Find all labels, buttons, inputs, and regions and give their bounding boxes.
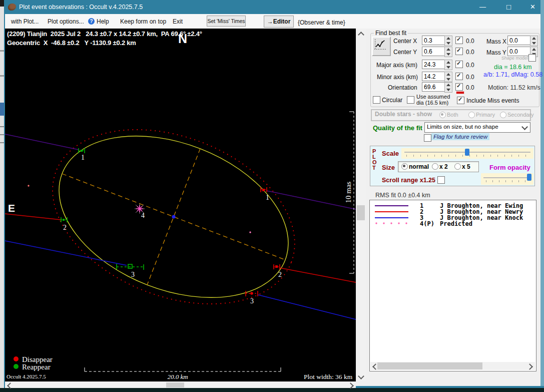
background-fragment bbox=[0, 142, 4, 143]
background-fragment bbox=[0, 126, 4, 127]
major-axis-spinner[interactable] bbox=[444, 60, 452, 70]
menu-plot-options[interactable]: Plot options... bbox=[48, 18, 84, 25]
size-x5-label: x 5 bbox=[462, 163, 470, 170]
chord3-legend-line bbox=[375, 217, 408, 218]
rms-fit-label: RMS fit 0.0 ±0.4 km bbox=[375, 192, 430, 199]
reappear-legend-dot bbox=[14, 364, 19, 369]
chord3-label: 3 bbox=[131, 271, 135, 278]
include-miss-checkbox[interactable] bbox=[457, 97, 464, 104]
observer-time-label: {Observer & time} bbox=[298, 19, 345, 26]
minor-axis-spinner[interactable] bbox=[444, 72, 452, 82]
background-window-sliver bbox=[0, 0, 4, 388]
quality-dropdown-value: Limits on size, but no shape bbox=[427, 124, 498, 130]
plot-horizontal-scrollbar[interactable] bbox=[5, 382, 356, 388]
plot-vertical-scrollbar[interactable] bbox=[356, 29, 366, 381]
dia-label: dia = 18.6 km bbox=[494, 64, 531, 71]
orientation-fit-checkbox[interactable] bbox=[455, 83, 463, 91]
scroll-right-icon[interactable] bbox=[347, 382, 354, 389]
size-x5-radio[interactable] bbox=[454, 163, 461, 170]
scroll-range-checkbox[interactable] bbox=[437, 176, 445, 184]
scroll-left-icon[interactable] bbox=[7, 382, 14, 389]
vertical-scroll-thumb[interactable] bbox=[357, 205, 365, 220]
center-x-spinner[interactable] bbox=[444, 36, 452, 46]
window-border-right bbox=[540, 0, 544, 388]
app-icon bbox=[8, 4, 16, 11]
center-y-fit-checkbox[interactable] bbox=[455, 48, 463, 55]
double-stars-secondary-radio[interactable] bbox=[500, 112, 506, 118]
obs-row-num[interactable]: 4(P) bbox=[420, 220, 434, 227]
set-miss-times-button[interactable]: Set 'Miss' Times bbox=[207, 16, 246, 27]
chord1-legend-line bbox=[375, 205, 408, 206]
use-assumed-checkbox[interactable] bbox=[407, 96, 414, 104]
circular-checkbox[interactable] bbox=[373, 96, 380, 104]
chord-1 bbox=[5, 134, 356, 209]
menu-keep-form-on-top[interactable]: Keep form on top bbox=[120, 18, 166, 25]
double-stars-both-radio[interactable] bbox=[439, 112, 446, 118]
orientation-spinner[interactable] bbox=[444, 82, 452, 93]
minor-axis-sigma: 0.0 bbox=[466, 74, 474, 81]
orientation-indicator-dash bbox=[456, 91, 464, 94]
center-x-fit-checkbox[interactable] bbox=[455, 37, 463, 44]
major-axis-fit-checkbox[interactable] bbox=[455, 61, 463, 68]
chord3-label: 3 bbox=[250, 297, 254, 305]
minor-axis-fit-checkbox[interactable] bbox=[455, 73, 463, 80]
list-horizontal-scrollbar[interactable] bbox=[370, 362, 535, 370]
shape-model-checkbox[interactable] bbox=[528, 54, 536, 62]
major-axis-label: Major axis (km) bbox=[376, 62, 417, 69]
mas-scale-label: 10 mas bbox=[344, 181, 352, 203]
use-assumed-label-2: dia (16.5 km) bbox=[416, 100, 448, 106]
chord3-reappear-marker bbox=[117, 264, 144, 270]
double-stars-both-label: Both bbox=[447, 112, 458, 118]
orientation-sigma: 0.0 bbox=[466, 84, 474, 91]
scroll-up-icon[interactable] bbox=[358, 32, 364, 38]
find-best-fit-button[interactable] bbox=[372, 37, 391, 56]
scale-slider[interactable] bbox=[401, 148, 533, 159]
center-x-sigma: 0.0 bbox=[466, 38, 474, 45]
chord2-label: 2 bbox=[63, 224, 67, 231]
maximize-button[interactable]: □ bbox=[497, 0, 520, 14]
horizontal-scroll-thumb[interactable] bbox=[166, 382, 184, 387]
ab-dmag-label: a/b: 1.71, dMag: 0.58 bbox=[483, 71, 542, 78]
center-y-sigma: 0.0 bbox=[466, 49, 474, 56]
chord2-disappear-marker bbox=[274, 264, 280, 269]
double-stars-secondary-label: Secondary bbox=[507, 112, 534, 118]
form-opacity-slider-thumb[interactable] bbox=[527, 174, 531, 181]
menu-help[interactable]: Help bbox=[97, 18, 109, 25]
km-scale-bar bbox=[85, 367, 281, 371]
size-normal-label: normal bbox=[409, 163, 429, 170]
flag-review-label: Flag for future review bbox=[431, 133, 489, 140]
scale-slider-thumb[interactable] bbox=[465, 149, 469, 156]
scroll-right-icon[interactable] bbox=[526, 363, 533, 370]
scroll-range-label: Scroll range x1.25 bbox=[382, 177, 435, 184]
east-label: E bbox=[8, 202, 15, 214]
list-scroll-thumb[interactable] bbox=[377, 362, 482, 369]
double-stars-primary-radio[interactable] bbox=[468, 112, 475, 118]
disappear-legend-dot bbox=[14, 356, 19, 361]
size-normal-radio[interactable] bbox=[401, 163, 408, 170]
double-stars-primary-label: Primary bbox=[476, 112, 495, 118]
flag-review-checkbox[interactable] bbox=[424, 134, 431, 142]
disappear-legend-label: Disappear bbox=[22, 355, 53, 363]
minimize-button[interactable]: — bbox=[471, 0, 494, 14]
quality-dropdown[interactable]: Limits on size, but no shape bbox=[424, 122, 530, 133]
include-miss-label: Include Miss events bbox=[466, 97, 519, 104]
background-fragment bbox=[0, 103, 4, 116]
menu-exit[interactable]: Exit bbox=[173, 18, 183, 25]
reappear-legend-label: Reappear bbox=[22, 363, 51, 371]
size-x2-label: x 2 bbox=[439, 163, 448, 170]
plot-area[interactable]: 1 1 2 2 3 3 4 10 mas 20.0 km bbox=[5, 29, 356, 381]
quality-label: Quality of the fit bbox=[373, 124, 422, 132]
chord2-label: 2 bbox=[278, 271, 282, 278]
obs-row-name[interactable]: Predicted bbox=[440, 220, 472, 227]
menu-with-plot[interactable]: with Plot... bbox=[11, 18, 39, 25]
mass-x-spinner[interactable] bbox=[530, 36, 538, 46]
predicted-dot bbox=[28, 185, 29, 186]
form-opacity-label: Form opacity bbox=[489, 164, 530, 171]
center-y-spinner[interactable] bbox=[444, 47, 452, 57]
editor-button[interactable]: →Editor bbox=[264, 16, 294, 28]
scroll-down-icon[interactable] bbox=[358, 373, 364, 379]
observations-list[interactable]: 1 J Broughton, near Ewing 2 J Broughton,… bbox=[369, 200, 536, 371]
window-title: Plot event observations : Occult v.4.202… bbox=[19, 4, 143, 11]
size-x2-radio[interactable] bbox=[432, 163, 438, 170]
form-opacity-slider[interactable] bbox=[481, 173, 533, 185]
